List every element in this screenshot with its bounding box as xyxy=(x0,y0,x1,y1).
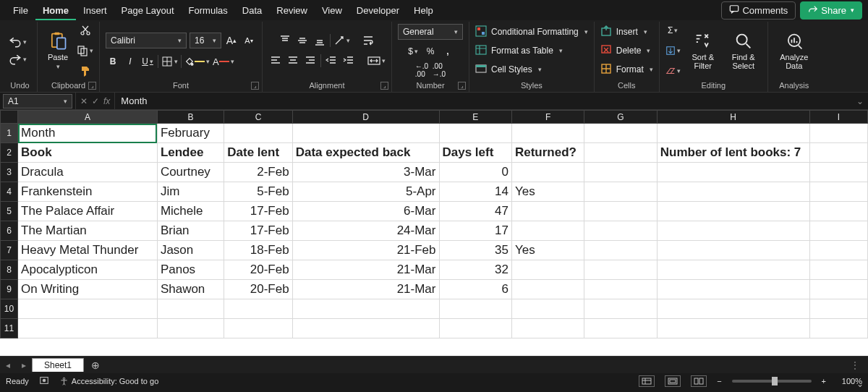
cell-styles-button[interactable]: Cell Styles xyxy=(475,61,542,77)
cell[interactable] xyxy=(224,124,292,143)
cell[interactable]: Yes xyxy=(511,182,584,202)
cell[interactable] xyxy=(292,319,439,338)
increase-font-button[interactable]: A▴ xyxy=(224,33,239,48)
format-as-table-button[interactable]: Format as Table xyxy=(475,43,563,59)
cell[interactable] xyxy=(292,299,439,319)
cell[interactable] xyxy=(809,221,867,241)
cell[interactable]: Date lent xyxy=(224,143,292,163)
view-page-break-button[interactable] xyxy=(691,375,707,387)
cell[interactable] xyxy=(439,299,511,319)
font-name-combo[interactable]: Calibri▾ xyxy=(106,33,187,48)
cells-insert-button[interactable]: Insert xyxy=(600,24,647,40)
undo-button[interactable] xyxy=(9,35,27,49)
align-middle-button[interactable] xyxy=(295,33,310,48)
decrease-font-button[interactable]: A▾ xyxy=(242,33,256,48)
align-right-button[interactable] xyxy=(303,54,318,68)
font-color-button[interactable]: A xyxy=(213,54,234,69)
cell[interactable] xyxy=(224,299,292,319)
merge-center-button[interactable] xyxy=(367,54,386,68)
row-header[interactable]: 10 xyxy=(1,299,18,319)
cell[interactable] xyxy=(657,182,809,202)
cell[interactable]: Days left xyxy=(439,143,511,163)
cell[interactable] xyxy=(809,143,867,163)
fill-button[interactable] xyxy=(665,43,681,58)
cell[interactable] xyxy=(657,280,809,299)
cell[interactable] xyxy=(511,280,584,299)
cell[interactable]: Michele xyxy=(157,202,224,221)
cell[interactable]: The Martian xyxy=(18,221,158,241)
cell[interactable] xyxy=(809,260,867,280)
column-header[interactable]: C xyxy=(224,111,292,124)
row-header[interactable]: 11 xyxy=(1,319,18,338)
cell[interactable] xyxy=(584,319,657,338)
cell[interactable] xyxy=(584,299,657,319)
cell[interactable]: Number of lent books: 7 xyxy=(657,143,809,163)
cell[interactable]: Courtney xyxy=(157,163,224,182)
cell[interactable]: 6-Mar xyxy=(292,202,439,221)
cell[interactable]: Apocalypticon xyxy=(18,260,158,280)
cell[interactable] xyxy=(809,124,867,143)
column-header[interactable]: D xyxy=(292,111,439,124)
cell[interactable] xyxy=(511,124,584,143)
cell[interactable]: 35 xyxy=(439,241,511,260)
conditional-formatting-button[interactable]: Conditional Formatting xyxy=(475,24,588,40)
analyze-data-button[interactable]: Analyze Data xyxy=(774,25,814,77)
name-box[interactable]: A1 ▾ xyxy=(3,94,72,108)
enter-formula-icon[interactable]: ✓ xyxy=(92,96,99,106)
cell[interactable] xyxy=(584,124,657,143)
row-header[interactable]: 7 xyxy=(1,241,18,260)
cell[interactable]: 18-Feb xyxy=(224,241,292,260)
cell[interactable] xyxy=(224,319,292,338)
cell[interactable] xyxy=(584,202,657,221)
accessibility-status[interactable]: Accessibility: Good to go xyxy=(59,377,158,386)
cell[interactable] xyxy=(809,163,867,182)
cell[interactable]: Yes xyxy=(511,241,584,260)
cell[interactable] xyxy=(657,299,809,319)
cell[interactable] xyxy=(511,319,584,338)
cell[interactable]: February xyxy=(157,124,224,143)
row-header[interactable]: 6 xyxy=(1,221,18,241)
cell[interactable] xyxy=(657,260,809,280)
menu-tab-review[interactable]: Review xyxy=(269,2,315,19)
bold-button[interactable]: B xyxy=(106,54,120,69)
align-top-button[interactable] xyxy=(278,33,292,48)
cell[interactable]: Frankenstein xyxy=(18,182,158,202)
cell[interactable] xyxy=(584,241,657,260)
cell[interactable] xyxy=(511,163,584,182)
row-header[interactable]: 4 xyxy=(1,182,18,202)
sheet-nav-next[interactable]: ▸ xyxy=(16,360,32,370)
cell[interactable] xyxy=(584,163,657,182)
row-header[interactable]: 1 xyxy=(1,124,18,143)
number-format-combo[interactable]: General▾ xyxy=(398,24,463,40)
cell[interactable]: 17 xyxy=(439,221,511,241)
align-center-button[interactable] xyxy=(286,54,300,68)
add-sheet-button[interactable]: ⊕ xyxy=(84,359,107,371)
zoom-in-button[interactable]: + xyxy=(822,377,826,385)
share-button[interactable]: Share ▾ xyxy=(800,1,862,20)
cell[interactable] xyxy=(511,221,584,241)
ribbon-collapse-button[interactable]: ⌄ xyxy=(856,379,864,389)
formula-input[interactable] xyxy=(115,93,852,109)
menu-tab-formulas[interactable]: Formulas xyxy=(182,2,235,19)
cell[interactable] xyxy=(584,221,657,241)
spreadsheet-grid[interactable]: ABCDEFGHI 1MonthFebruary2BookLendeeDate … xyxy=(0,110,868,356)
cell[interactable] xyxy=(584,182,657,202)
align-bottom-button[interactable] xyxy=(312,33,327,48)
cell[interactable] xyxy=(439,124,511,143)
column-header[interactable]: I xyxy=(809,111,867,124)
decrease-decimal-button[interactable]: .00→.0 xyxy=(432,63,446,77)
column-header[interactable]: F xyxy=(511,111,584,124)
cell[interactable]: 20-Feb xyxy=(224,280,292,299)
clear-button[interactable] xyxy=(665,64,681,78)
cell[interactable]: 21-Feb xyxy=(292,241,439,260)
row-header[interactable]: 5 xyxy=(1,202,18,221)
format-painter-button[interactable] xyxy=(78,64,93,78)
italic-button[interactable]: I xyxy=(123,54,137,69)
sheet-nav-prev[interactable]: ◂ xyxy=(0,360,16,370)
cut-button[interactable] xyxy=(78,23,93,38)
column-header[interactable]: B xyxy=(157,111,224,124)
fill-color-button[interactable] xyxy=(184,54,210,69)
cell[interactable]: 5-Apr xyxy=(292,182,439,202)
cell[interactable] xyxy=(657,163,809,182)
autosum-button[interactable]: Σ xyxy=(665,23,680,38)
